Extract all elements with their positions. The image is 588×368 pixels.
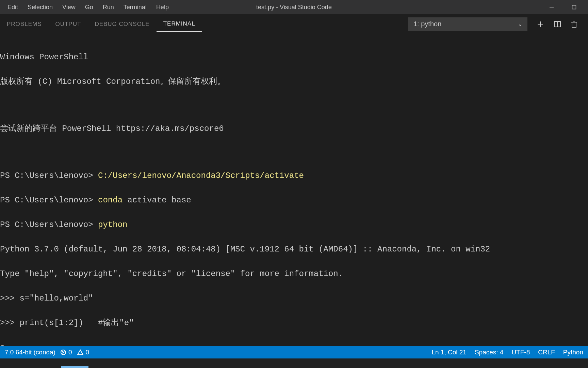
status-cursor-position[interactable]: Ln 1, Col 21 (431, 349, 466, 356)
terminal-selector[interactable]: 1: python ⌄ (408, 17, 527, 31)
terminal-line: 尝试新的跨平台 PowerShell https://aka.ms/pscore… (0, 123, 588, 135)
cmd-text: python (98, 220, 127, 229)
titlebar: Edit Selection View Go Run Terminal Help… (0, 0, 588, 14)
svg-marker-10 (78, 350, 83, 355)
py-prompt: >>> (0, 318, 15, 327)
menu-terminal[interactable]: Terminal (119, 2, 151, 13)
status-interpreter[interactable]: 7.0 64-bit (conda) (5, 349, 55, 356)
status-errors-count: 0 (68, 349, 72, 356)
terminal-line: >>> print(s[1:2]) #输出"e" (0, 317, 588, 329)
terminal-line: PS C:\Users\lenovo> conda activate base (0, 194, 588, 206)
panel-tab-bar: PROBLEMS OUTPUT DEBUG CONSOLE TERMINAL 1… (0, 14, 588, 34)
ps-prompt: PS C:\Users\lenovo> (0, 171, 93, 180)
chevron-down-icon: ⌄ (518, 21, 522, 27)
menu-view[interactable]: View (58, 2, 80, 13)
maximize-icon (572, 5, 576, 10)
taskbar-active-indicator (61, 366, 88, 368)
kill-terminal-button[interactable] (570, 20, 578, 28)
terminal-line: Windows PowerShell (0, 51, 588, 63)
panel-actions: 1: python ⌄ (408, 17, 585, 31)
window-controls (544, 2, 585, 12)
terminal-line: PS C:\Users\lenovo> C:/Users/lenovo/Anac… (0, 170, 588, 182)
ps-prompt: PS C:\Users\lenovo> (0, 220, 93, 229)
minimize-button[interactable] (544, 2, 559, 12)
cmd-text: conda (98, 196, 122, 205)
menu-edit[interactable]: Edit (3, 2, 23, 13)
status-warnings[interactable]: 0 (77, 349, 89, 356)
plus-icon (536, 20, 544, 28)
menu-help[interactable]: Help (151, 2, 174, 13)
terminal-content[interactable]: Windows PowerShell 版权所有 (C) Microsoft Co… (0, 34, 588, 368)
os-taskbar[interactable] (0, 358, 588, 368)
terminal-line: 版权所有 (C) Microsoft Corporation。保留所有权利。 (0, 76, 588, 88)
tab-terminal[interactable]: TERMINAL (157, 16, 202, 32)
status-language[interactable]: Python (563, 349, 583, 356)
warning-icon (77, 349, 84, 355)
menu-selection[interactable]: Selection (23, 2, 58, 13)
terminal-line: PS C:\Users\lenovo> python (0, 219, 588, 231)
py-prompt: >>> (0, 294, 15, 303)
cmd-text: activate base (122, 196, 191, 205)
status-eol[interactable]: CRLF (538, 349, 555, 356)
terminal-line: >>> s="hello,world" (0, 292, 588, 305)
menu-go[interactable]: Go (80, 2, 98, 13)
tab-debug-console[interactable]: DEBUG CONSOLE (88, 17, 156, 32)
error-icon (60, 349, 66, 355)
split-icon (553, 20, 561, 28)
status-errors[interactable]: 0 (60, 349, 72, 356)
terminal-selector-value: 1: python (413, 20, 441, 28)
terminal-line: Python 3.7.0 (default, Jun 28 2018, 08:0… (0, 243, 588, 256)
window-title: test.py - Visual Studio Code (256, 4, 332, 11)
trash-icon (570, 20, 578, 28)
terminal-line: Type "help", "copyright", "credits" or "… (0, 268, 588, 280)
cmd-text: C:/Users/lenovo/Anaconda3/Scripts/activa… (98, 171, 304, 180)
py-input: print(s[1:2]) #输出"e" (15, 318, 134, 327)
status-indent[interactable]: Spaces: 4 (475, 349, 504, 356)
tab-problems[interactable]: PROBLEMS (0, 17, 48, 32)
status-warnings-count: 0 (86, 349, 89, 356)
menu-bar: Edit Selection View Go Run Terminal Help (3, 2, 174, 13)
minimize-icon (549, 5, 554, 10)
status-encoding[interactable]: UTF-8 (511, 349, 530, 356)
maximize-button[interactable] (566, 2, 582, 12)
py-input: s="hello,world" (15, 294, 93, 303)
menu-run[interactable]: Run (98, 2, 119, 13)
svg-rect-1 (572, 5, 576, 9)
ps-prompt: PS C:\Users\lenovo> (0, 196, 93, 205)
new-terminal-button[interactable] (536, 20, 544, 28)
tab-output[interactable]: OUTPUT (48, 17, 88, 32)
status-bar: 7.0 64-bit (conda) 0 0 Ln 1, Col 21 Spac… (0, 346, 588, 358)
split-terminal-button[interactable] (553, 20, 561, 28)
